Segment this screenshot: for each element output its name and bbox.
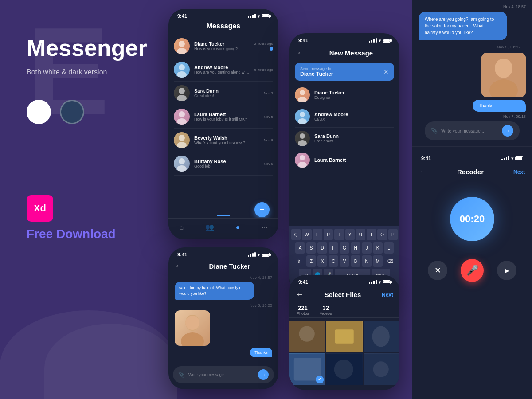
key-x[interactable]: X xyxy=(317,255,327,267)
list-item[interactable]: Andrew Moore How are you getting along w… xyxy=(174,58,273,82)
right-send-button[interactable]: → xyxy=(502,125,513,137)
recoder-next-button[interactable]: Next xyxy=(513,169,525,175)
key-f[interactable]: F xyxy=(329,242,338,254)
photo-date: Nov 5, 10:25 xyxy=(168,302,278,309)
clear-recipient-button[interactable]: ✕ xyxy=(383,68,389,75)
nav-more-icon[interactable]: ··· xyxy=(262,223,267,231)
files-back-arrow[interactable]: ← xyxy=(296,290,304,299)
photo-cell[interactable] xyxy=(364,321,399,352)
status-icons-2: ▾ xyxy=(369,38,391,43)
message-input[interactable]: Write your message... xyxy=(188,372,254,377)
key-j[interactable]: J xyxy=(362,242,372,254)
key-r[interactable]: R xyxy=(324,229,333,240)
free-download-label[interactable]: Free Download xyxy=(27,227,142,241)
key-c[interactable]: C xyxy=(329,255,338,267)
key-s[interactable]: S xyxy=(306,242,316,254)
list-item[interactable]: Diane Tucker How is your work going? 2 h… xyxy=(174,35,273,58)
send-to-label: Send message to xyxy=(300,66,333,71)
list-item[interactable]: Beverly Walsh What's about your business… xyxy=(174,129,273,152)
key-d[interactable]: D xyxy=(317,242,327,254)
mic-button[interactable]: 🎤 xyxy=(461,259,484,282)
progress-fill xyxy=(421,293,462,293)
photos-tab[interactable]: 221 Photos xyxy=(297,305,309,316)
send-button[interactable]: → xyxy=(258,369,269,380)
status-bar-rec: 9:41 ▾ xyxy=(412,151,532,163)
key-w[interactable]: W xyxy=(302,229,311,240)
time-1: 9:41 xyxy=(177,13,187,19)
dark-swatch[interactable] xyxy=(60,100,84,124)
chat-back-arrow[interactable]: ← xyxy=(175,262,183,271)
xd-icon: Xd xyxy=(27,195,53,222)
sent-bubble: Thanks xyxy=(250,348,272,357)
chat-input-bar[interactable]: 📎 Write your message... → xyxy=(173,366,274,383)
key-h[interactable]: H xyxy=(351,242,360,254)
videos-tab[interactable]: 32 Videos xyxy=(320,305,332,316)
files-next-button[interactable]: Next xyxy=(382,292,393,298)
right-input-bar[interactable]: 📎 Write your message... → xyxy=(425,121,520,140)
nav-indicator xyxy=(217,215,230,216)
msg-meta: 2 hours ago xyxy=(254,42,273,51)
contact-item[interactable]: Sara Dunn Freelancer xyxy=(295,128,394,149)
contact-item[interactable]: Andrew Moore UI/UX xyxy=(295,106,394,128)
photo-cell[interactable] xyxy=(364,353,399,385)
key-a[interactable]: A xyxy=(295,242,305,254)
battery-fill-2 xyxy=(383,39,390,42)
contact-list: Diane Tucker Designer Andrew Moore UI/UX… xyxy=(289,82,399,173)
key-t[interactable]: T xyxy=(334,229,344,240)
key-g[interactable]: G xyxy=(340,242,349,254)
back-arrow[interactable]: ← xyxy=(297,48,305,58)
key-n[interactable]: N xyxy=(362,255,372,267)
list-item[interactable]: Sara Dunn Great idea! Nov 2 xyxy=(174,82,273,105)
list-item[interactable]: Brittany Rose Good job. Nov 9 xyxy=(174,152,273,176)
white-swatch[interactable] xyxy=(27,100,51,124)
contact-item[interactable]: Laura Barnett xyxy=(295,149,394,171)
key-l[interactable]: L xyxy=(384,242,394,254)
key-m[interactable]: M xyxy=(373,255,383,267)
signal-bars-4 xyxy=(369,280,377,284)
attachment-icon[interactable]: 📎 xyxy=(178,372,185,378)
photo-cell[interactable] xyxy=(289,321,325,352)
photo-cell[interactable] xyxy=(326,353,362,385)
key-y[interactable]: Y xyxy=(345,229,355,240)
color-swatches xyxy=(27,100,142,124)
key-q[interactable]: Q xyxy=(291,229,301,240)
play-button[interactable]: ▶ xyxy=(497,261,516,280)
timer-display: 00:20 xyxy=(450,197,494,241)
key-i[interactable]: I xyxy=(367,229,376,240)
photo-cell-checked[interactable]: ✓ xyxy=(289,353,325,385)
nav-messages-icon[interactable]: ● xyxy=(236,223,240,231)
received-bubble: salon for my haircut. What hairstyle wou… xyxy=(175,282,254,300)
signal-bars-3 xyxy=(248,252,256,257)
key-p[interactable]: P xyxy=(388,229,398,240)
time-3: 9:41 xyxy=(177,252,187,257)
key-k[interactable]: K xyxy=(373,242,383,254)
right-chat-area: Nov 4, 18:57 Where are you going?I am go… xyxy=(412,0,532,146)
battery-icon-4 xyxy=(383,280,391,284)
svg-point-7 xyxy=(177,118,187,125)
fab-button[interactable]: + xyxy=(254,202,270,217)
phone-messages: 9:41 ▾ Messages Diane Tucker How is your… xyxy=(168,9,278,239)
key-b[interactable]: B xyxy=(351,255,360,267)
key-e[interactable]: E xyxy=(313,229,322,240)
key-backspace[interactable]: ⌫ xyxy=(384,255,396,267)
right-attachment-icon[interactable]: 📎 xyxy=(431,128,438,134)
list-item[interactable]: Laura Barnett How is your job? Is it sti… xyxy=(174,105,273,129)
key-shift[interactable]: ⇧ xyxy=(293,255,305,267)
key-z[interactable]: Z xyxy=(306,255,316,267)
msg-content: Brittany Rose Good job. xyxy=(194,159,259,168)
battery-tip-2 xyxy=(391,39,392,42)
close-button[interactable]: ✕ xyxy=(428,261,447,280)
recoder-back-arrow[interactable]: ← xyxy=(419,167,427,176)
key-u[interactable]: U xyxy=(356,229,365,240)
key-o[interactable]: O xyxy=(377,229,387,240)
nav-contacts-icon[interactable]: 👥 xyxy=(205,223,214,231)
contact-info: Sara Dunn Freelancer xyxy=(314,133,339,143)
svg-point-32 xyxy=(334,360,353,379)
right-message-input[interactable]: Write your message... xyxy=(441,129,498,133)
svg-point-16 xyxy=(300,133,305,139)
nav-home-icon[interactable]: ⌂ xyxy=(179,223,184,231)
send-to-bar[interactable]: Send message to Diane Tucker ✕ xyxy=(295,63,394,81)
photo-cell[interactable] xyxy=(326,321,362,352)
key-v[interactable]: V xyxy=(340,255,349,267)
contact-item[interactable]: Diane Tucker Designer xyxy=(295,84,394,106)
